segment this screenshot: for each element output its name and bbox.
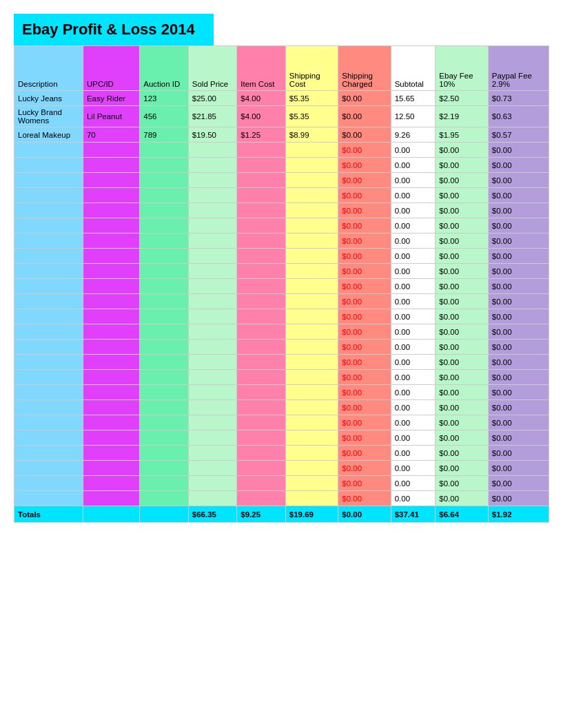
cell-paypalfee: $0.00: [488, 370, 549, 385]
cell-itemcost: [237, 370, 286, 385]
cell-subtotal: 0.00: [391, 324, 436, 340]
cell-shippingcharged: $0.00: [338, 264, 391, 279]
cell-subtotal: 0.00: [391, 461, 436, 476]
table-row: $0.000.00$0.00$0.00: [14, 370, 549, 385]
cell-paypalfee: $0.00: [488, 476, 549, 491]
cell-paypalfee: $0.73: [488, 91, 549, 106]
cell-shippingcost: [285, 385, 338, 400]
cell-auction: [140, 173, 189, 188]
cell-shippingcharged: $0.00: [338, 106, 391, 127]
cell-ebayfee: $0.00: [436, 158, 488, 173]
cell-auction: [140, 355, 189, 370]
cell-description: [14, 249, 83, 264]
cell-shippingcharged: $0.00: [338, 91, 391, 106]
cell-shippingcost: [285, 188, 338, 203]
table-row: $0.000.00$0.00$0.00: [14, 324, 549, 340]
cell-subtotal: 0.00: [391, 279, 436, 294]
cell-sold: $25.00: [188, 91, 237, 106]
cell-auction: [140, 446, 189, 461]
cell-description: [14, 340, 83, 355]
cell-description: [14, 233, 83, 249]
cell-subtotal: 0.00: [391, 173, 436, 188]
header-row: Description UPC/ID Auction ID Sold Price…: [14, 46, 549, 91]
cell-subtotal: 0.00: [391, 249, 436, 264]
cell-paypalfee: $0.57: [488, 127, 549, 143]
page-title: Ebay Profit & Loss 2014: [14, 14, 214, 45]
cell-description: [14, 173, 83, 188]
cell-upcid: [83, 415, 139, 430]
table-row: Lucky JeansEasy Rider123$25.00$4.00$5.35…: [14, 91, 549, 106]
cell-auction: [140, 203, 189, 218]
cell-shippingcost: $8.99: [285, 127, 338, 143]
cell-ebayfee: $0.00: [436, 324, 488, 340]
cell-ebayfee: $0.00: [436, 294, 488, 309]
cell-auction: [140, 233, 189, 249]
totals-row: Totals $66.35 $9.25 $19.69 $0.00 $37.41 …: [14, 506, 549, 523]
cell-shippingcharged: $0.00: [338, 446, 391, 461]
cell-itemcost: [237, 294, 286, 309]
cell-description: [14, 476, 83, 491]
cell-upcid: [83, 355, 139, 370]
cell-auction: [140, 476, 189, 491]
cell-paypalfee: $0.00: [488, 400, 549, 415]
cell-description: Lucky Brand Womens: [14, 106, 83, 127]
cell-description: [14, 355, 83, 370]
cell-paypalfee: $0.00: [488, 355, 549, 370]
cell-ebayfee: $0.00: [436, 461, 488, 476]
cell-itemcost: [237, 143, 286, 158]
cell-itemcost: [237, 264, 286, 279]
cell-shippingcharged: $0.00: [338, 355, 391, 370]
totals-label: Totals: [14, 506, 83, 523]
col-header-ebayfee: Ebay Fee 10%: [436, 46, 488, 91]
cell-upcid: [83, 385, 139, 400]
cell-auction: [140, 415, 189, 430]
cell-subtotal: 12.50: [391, 106, 436, 127]
cell-auction: [140, 143, 189, 158]
cell-upcid: [83, 309, 139, 324]
cell-shippingcost: [285, 370, 338, 385]
totals-upcid: [83, 506, 139, 523]
cell-paypalfee: $0.00: [488, 203, 549, 218]
cell-paypalfee: $0.00: [488, 294, 549, 309]
cell-sold: [188, 218, 237, 233]
table-row: $0.000.00$0.00$0.00: [14, 415, 549, 430]
cell-itemcost: $4.00: [237, 106, 286, 127]
cell-ebayfee: $0.00: [436, 400, 488, 415]
table-row: $0.000.00$0.00$0.00: [14, 249, 549, 264]
cell-subtotal: 0.00: [391, 309, 436, 324]
cell-shippingcost: [285, 340, 338, 355]
cell-upcid: [83, 173, 139, 188]
table-row: $0.000.00$0.00$0.00: [14, 294, 549, 309]
table-row: $0.000.00$0.00$0.00: [14, 400, 549, 415]
cell-description: [14, 400, 83, 415]
cell-itemcost: [237, 218, 286, 233]
cell-shippingcost: [285, 461, 338, 476]
cell-auction: [140, 218, 189, 233]
cell-sold: [188, 173, 237, 188]
cell-shippingcharged: $0.00: [338, 294, 391, 309]
cell-subtotal: 0.00: [391, 218, 436, 233]
cell-ebayfee: $0.00: [436, 203, 488, 218]
cell-shippingcharged: $0.00: [338, 279, 391, 294]
cell-shippingcost: [285, 324, 338, 340]
table-row: $0.000.00$0.00$0.00: [14, 158, 549, 173]
cell-shippingcharged: $0.00: [338, 203, 391, 218]
cell-shippingcharged: $0.00: [338, 415, 391, 430]
cell-description: [14, 370, 83, 385]
cell-description: [14, 279, 83, 294]
cell-subtotal: 0.00: [391, 264, 436, 279]
table-row: $0.000.00$0.00$0.00: [14, 309, 549, 324]
cell-upcid: [83, 430, 139, 446]
cell-ebayfee: $0.00: [436, 143, 488, 158]
cell-shippingcharged: $0.00: [338, 218, 391, 233]
table-row: Lucky Brand WomensLil Peanut456$21.85$4.…: [14, 106, 549, 127]
cell-description: Lucky Jeans: [14, 91, 83, 106]
table-row: Loreal Makeup70789$19.50$1.25$8.99$0.009…: [14, 127, 549, 143]
cell-shippingcost: [285, 446, 338, 461]
cell-paypalfee: $0.00: [488, 461, 549, 476]
cell-itemcost: [237, 309, 286, 324]
cell-itemcost: [237, 491, 286, 506]
cell-auction: 789: [140, 127, 189, 143]
cell-auction: [140, 309, 189, 324]
cell-ebayfee: $0.00: [436, 385, 488, 400]
